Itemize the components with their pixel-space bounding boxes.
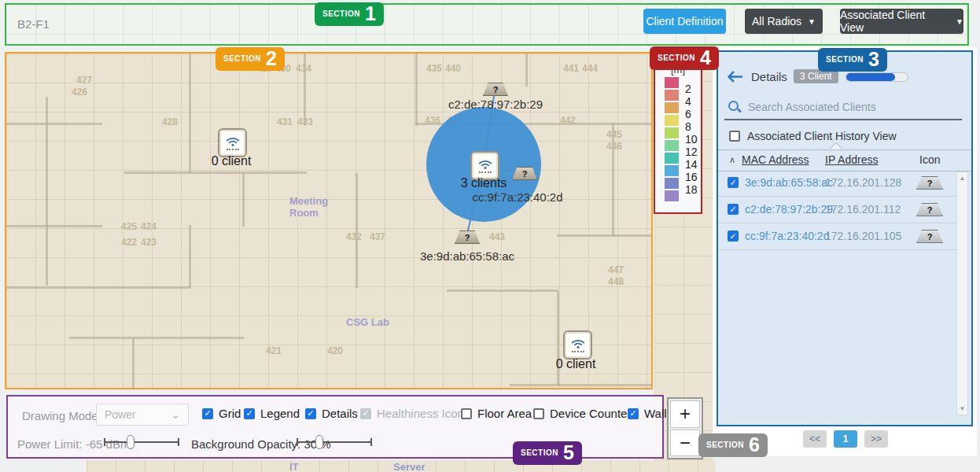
table-row[interactable]: ✓ c2:de:78:97:2b:29 172.16.201.112 ? [718,197,957,223]
search-icon [728,101,741,113]
client-definition-button[interactable]: Client Definition [643,9,726,34]
wifi-icon [477,159,494,170]
slider-handle[interactable] [315,435,323,449]
room-label-server: Server [393,461,425,472]
ip-cell: 172.16.201.112 [825,203,901,216]
table-row[interactable]: ✓ 3e:9d:ab:65:58:ac 172.16.201.128 ? [718,170,957,197]
legend-tick: 10 [685,133,698,146]
background-opacity-slider[interactable] [297,434,372,450]
scroll-down-icon[interactable]: ▼ [957,405,967,412]
associated-clients-box: Details 3 Client Associated Client Histo… [717,50,973,426]
vertical-scrollbar[interactable]: ▲ ▼ [956,171,968,415]
row-checkbox-checked[interactable]: ✓ [728,204,739,215]
ap-client-count: 0 client [556,357,596,371]
client-table-body: ✓ 3e:9d:ab:65:58:ac 172.16.201.128 ? ✓ c… [718,170,957,250]
power-limit-slider[interactable] [104,434,179,450]
slider-track [104,441,179,443]
zoom-in-button[interactable]: + [670,400,700,428]
wifi-icon [224,136,241,147]
checkbox-unchecked [533,408,544,419]
checkbox-unchecked [729,131,740,142]
mac-cell: cc:9f:7a:23:40:2d [745,230,829,242]
chevron-down-icon: ▼ [808,17,816,26]
floorplan-bottom-strip: IT Server [87,460,716,472]
next-page-button[interactable]: >> [864,430,888,448]
scroll-up-icon[interactable]: ▲ [957,175,967,182]
legend-tick: 14 [685,158,698,171]
legend-tick: 2 [685,83,691,95]
legend-checkbox[interactable]: ✓ Legend [244,407,300,420]
client-mac-label: 3e:9d:ab:65:58:ac [420,249,514,263]
checkbox-unchecked [461,408,472,419]
legend-tick: 12 [685,146,698,158]
current-page-button[interactable]: 1 [834,430,857,448]
all-radios-dropdown[interactable]: All Radios ▼ [745,9,823,34]
section-3-badge: SECTION3 [818,48,887,72]
room-label-it: IT [289,461,299,472]
legend-tick: 18 [685,183,698,196]
access-point[interactable] [563,330,592,360]
client-link-lines [6,53,651,388]
client-mac-label: cc:9f:7a:23:40:2d [472,190,562,204]
mac-cell: c2:de:78:97:2b:29 [745,203,833,216]
icon-size-slider[interactable] [846,72,908,82]
device-counter-checkbox[interactable]: Device Counter [533,407,631,420]
history-view-checkbox[interactable]: Associated Client History View [729,130,897,142]
slider-fill [846,73,895,81]
drawing-mode-select[interactable]: Power ⌄ [96,404,189,426]
checkbox-checked: ✓ [244,408,255,419]
client-type-icon: ? [916,230,943,243]
tooltip-notch [830,143,842,149]
section-4-badge: SECTION4 [650,46,719,70]
legend-swatch [665,102,679,113]
prev-page-button[interactable]: << [803,430,827,448]
floor-area-checkbox[interactable]: Floor Area [461,407,532,420]
ip-cell: 172.16.201.105 [825,230,901,242]
legend-tick: 4 [685,95,691,108]
floorplan[interactable]: 4274264284294304344354404414444314334364… [5,52,653,389]
section-6-badge: SECTION6 [698,433,768,457]
wifi-icon [569,338,587,349]
floor-name-label: B2-F1 [17,17,50,31]
legend-swatch [665,190,679,201]
chevron-down-icon: ⌄ [171,408,180,421]
ip-cell: 172.16.201.128 [825,176,901,189]
zoom-out-button[interactable]: − [670,430,700,457]
search-input[interactable] [746,97,954,117]
healthiness-icon-checkbox: ✓ Healthiness Icon [360,407,464,420]
legend-tick: 6 [685,108,691,120]
associated-client-view-dropdown[interactable]: Associated Client View ▼ [840,9,963,34]
column-icon: Icon [919,153,940,166]
column-mac-address[interactable]: MAC Address [742,153,809,166]
row-checkbox-checked[interactable]: ✓ [728,230,739,242]
legend-tick: 16 [685,171,698,183]
legend-swatch [665,140,679,151]
ap-dots [227,149,239,150]
legend-swatch [665,90,679,101]
drawing-mode-label: Drawing Mode: [22,409,101,422]
section-1-badge: SECTION1 [315,2,384,26]
slider-handle[interactable] [127,435,134,449]
row-checkbox-checked[interactable]: ✓ [728,177,739,188]
wall-checkbox[interactable]: ✓ Wall [628,407,667,420]
legend-swatch [665,77,679,88]
chevron-down-icon: ▼ [956,17,963,26]
collapse-panel-icon[interactable] [728,71,743,86]
table-header: ∧ MAC Address IP Address Icon [718,149,971,171]
legend-swatch [665,165,679,176]
ap-client-count: 3 clients [461,176,507,190]
checkbox-checked: ✓ [202,408,213,419]
grid-checkbox[interactable]: ✓ Grid [202,407,241,420]
table-row[interactable]: ✓ cc:9f:7a:23:40:2d 172.16.201.105 ? [718,223,957,250]
access-point[interactable] [218,128,247,157]
app-screen: B2-F1 Client Definition All Radios ▼ Ass… [0,0,980,472]
checkbox-checked: ✓ [628,408,639,419]
sort-ascending-icon[interactable]: ∧ [729,155,735,165]
ap-dots [479,171,492,173]
details-title: Details [751,70,787,83]
column-ip-address[interactable]: IP Address [825,153,878,166]
pagination: << 1 >> [803,430,888,448]
section-2-badge: SECTION2 [216,47,285,71]
section-5-badge: SECTION5 [513,441,582,465]
details-checkbox[interactable]: ✓ Details [305,407,358,420]
